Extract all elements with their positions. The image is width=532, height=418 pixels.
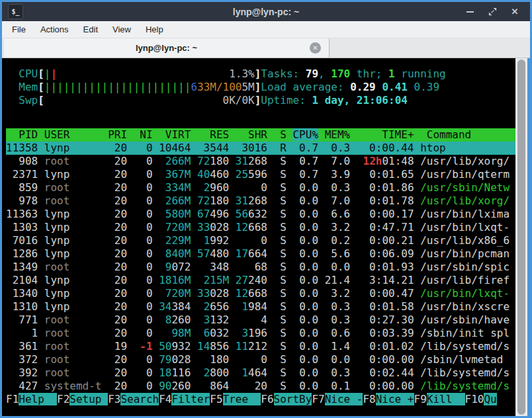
- fkey-key[interactable]: F5: [210, 393, 222, 405]
- scrollbar[interactable]: [515, 58, 527, 416]
- text-segment: 392: [6, 366, 44, 379]
- tab-terminal[interactable]: lynp@lyn-pc: ~ ✕: [4, 38, 330, 58]
- fkey-key[interactable]: F10: [465, 393, 484, 405]
- text-segment: 0K/0K: [223, 94, 255, 106]
- terminal-app-icon: $_: [8, 4, 23, 19]
- fkey-label[interactable]: Tree: [223, 393, 261, 405]
- text-segment: /usr/lib/xorg/: [414, 155, 510, 167]
- fkey-tree[interactable]: F5Tree: [210, 393, 261, 405]
- text-segment: running: [395, 67, 446, 80]
- fkey-key[interactable]: F6: [261, 393, 273, 405]
- process-row[interactable]: 392 root 20 0 18116 2800 1464 S 0.0 0.3 …: [6, 366, 515, 380]
- fkey-kill[interactable]: F9Kill: [414, 393, 465, 405]
- text-segment: 028: [171, 353, 191, 366]
- restore-button[interactable]: [485, 5, 500, 19]
- text-segment: 20 0: [102, 247, 159, 260]
- fkey-label[interactable]: Nice +: [376, 393, 414, 405]
- blank-line: [6, 107, 515, 128]
- text-segment: 20 0: [102, 287, 159, 300]
- text-segment: S 0.0 0.1 0:00.00: [267, 380, 420, 392]
- fkey-key[interactable]: F9: [414, 393, 427, 405]
- title-bar[interactable]: $_ lynp@lyn-pc: ~ ✕: [2, 2, 530, 21]
- process-row[interactable]: 1310 lynp 20 0 34384 2656 1984 S 0.0 0.3…: [6, 300, 515, 314]
- text-segment: 771: [6, 314, 44, 326]
- fkey-label[interactable]: Kill: [427, 393, 465, 405]
- fkey-search[interactable]: F3Search: [108, 393, 159, 405]
- fkey-sortby[interactable]: F6SortBy: [261, 393, 312, 405]
- fkey-nice-[interactable]: F7Nice -: [312, 393, 363, 405]
- text-segment: 180: [210, 155, 229, 167]
- menu-item-edit[interactable]: Edit: [77, 22, 105, 36]
- process-row[interactable]: 1286 lynp 20 0 840M 57480 17664 S 0.0 5.…: [6, 247, 515, 261]
- process-row[interactable]: 2371 lynp 20 0 367M 40460 25596 S 0.7 3.…: [6, 168, 515, 181]
- fkey-label[interactable]: SortBy: [274, 393, 312, 405]
- process-row[interactable]: 11363 lynp 20 0 580M 67496 56632 S 0.0 6…: [6, 208, 515, 221]
- fkey-help[interactable]: F1Help: [6, 393, 57, 405]
- process-row[interactable]: 427 systemd-t 20 0 90260 864 20 S 0.0 0.…: [6, 380, 515, 393]
- fkey-qu[interactable]: F10Qu: [465, 393, 497, 405]
- fkey-label[interactable]: Search: [120, 393, 159, 405]
- process-row[interactable]: 908 root 20 0 266M 72180 31268 S 0.7 7.0…: [6, 155, 515, 168]
- process-row[interactable]: 771 root 20 0 8260 3132 4 S 0.0 0.3 0:27…: [6, 314, 515, 327]
- fkey-setup[interactable]: F2Setup: [57, 393, 108, 405]
- menu-item-file[interactable]: File: [5, 22, 32, 36]
- fkey-label[interactable]: Qu: [484, 393, 496, 405]
- process-row[interactable]: 7016 lynp 20 0 229M 1992 0 S 0.0 0.2 0:0…: [6, 234, 515, 247]
- process-row[interactable]: 1349 root 20 0 9072 348 68 S 0.0 0.0 0:0…: [6, 261, 515, 274]
- text-segment: S 0.0 0.0 0:00.00 /sbin/lvmetad: [267, 353, 503, 366]
- text-segment: 27: [236, 274, 248, 286]
- fkey-label[interactable]: Filter: [171, 393, 210, 405]
- fkey-key[interactable]: F8: [363, 393, 375, 405]
- text-segment: S 0.7 3.9 0:01.65 /usr/bin/qterm: [267, 168, 510, 181]
- text-segment: |: [44, 67, 51, 80]
- process-row[interactable]: 2104 lynp 20 0 1816M 215M 27240 S 0.0 21…: [6, 274, 515, 287]
- fkey-label[interactable]: Setup: [69, 393, 108, 405]
- process-row[interactable]: 978 root 20 0 266M 72180 31268 S 0.0 7.0…: [6, 194, 515, 208]
- text-segment: [: [38, 67, 44, 80]
- text-segment: [191, 247, 197, 260]
- close-button[interactable]: ✕: [508, 5, 522, 19]
- menu-item-actions[interactable]: Actions: [34, 22, 75, 36]
- text-segment: ]: [255, 81, 261, 93]
- text-segment: 11: [236, 340, 248, 353]
- text-segment: [6, 67, 19, 80]
- text-segment: 11363: [6, 208, 44, 220]
- fkey-filter[interactable]: F4Filter: [159, 393, 210, 405]
- text-segment: 656: [210, 300, 229, 313]
- text-segment: 2: [204, 300, 210, 313]
- text-segment: 1310: [6, 300, 44, 313]
- process-row[interactable]: 1303 lynp 20 0 720M 33028 12668 S 0.0 3.…: [6, 221, 515, 234]
- text-segment: 170: [331, 67, 350, 80]
- process-row[interactable]: 1 root 20 0 98M 6032 3196 S 0.0 0.6 0:03…: [6, 327, 515, 340]
- terminal-screen[interactable]: CPU[|| 1.3%]Tasks: 79, 170 thr; 1 runnin…: [2, 58, 515, 416]
- fkey-label[interactable]: Nice -: [325, 393, 363, 405]
- process-row[interactable]: 372 root 20 0 79028 180 0 S 0.0 0.0 0:00…: [6, 353, 515, 366]
- process-row-selected[interactable]: 11358 lynp 20 0 10464 3544 3016 R 0.7 0.…: [6, 142, 515, 155]
- fkey-key[interactable]: F1: [6, 393, 19, 405]
- fkey-label[interactable]: Help: [19, 393, 57, 405]
- menu-item-view[interactable]: View: [106, 22, 138, 36]
- scrollbar-thumb[interactable]: [517, 60, 525, 415]
- menu-item-help[interactable]: Help: [139, 22, 170, 36]
- minimize-button[interactable]: [463, 5, 477, 19]
- fkey-nice-[interactable]: F8Nice +: [363, 393, 414, 405]
- text-segment: root: [44, 340, 102, 353]
- process-row[interactable]: 361 root 19 -1 50932 14856 11212 S 0.0 1…: [6, 340, 515, 353]
- process-row[interactable]: 859 root 20 0 334M 2960 0 S 0.0 0.3 0:01…: [6, 181, 515, 194]
- text-segment: 1 day, 21:06:04: [312, 94, 408, 106]
- text-segment: 384: [171, 300, 191, 313]
- fkey-key[interactable]: F7: [312, 393, 324, 405]
- text-segment: 18: [159, 366, 171, 379]
- text-segment: thr;: [350, 67, 388, 80]
- text-segment: 1: [242, 300, 248, 313]
- text-segment: root: [44, 366, 102, 379]
- text-segment: 132: [210, 314, 229, 326]
- text-segment: [191, 168, 197, 181]
- fkey-key[interactable]: F4: [159, 393, 171, 405]
- tab-close-icon[interactable]: ✕: [310, 42, 321, 54]
- process-row[interactable]: 1340 lynp 20 0 720M 33028 12668 S 0.0 3.…: [6, 287, 515, 300]
- process-table-header[interactable]: PID USER PRI NI VIRT RES SHR S CPU% MEM%…: [6, 128, 515, 142]
- fkey-key[interactable]: F3: [108, 393, 120, 405]
- text-segment: 800: [210, 366, 229, 379]
- fkey-key[interactable]: F2: [57, 393, 69, 405]
